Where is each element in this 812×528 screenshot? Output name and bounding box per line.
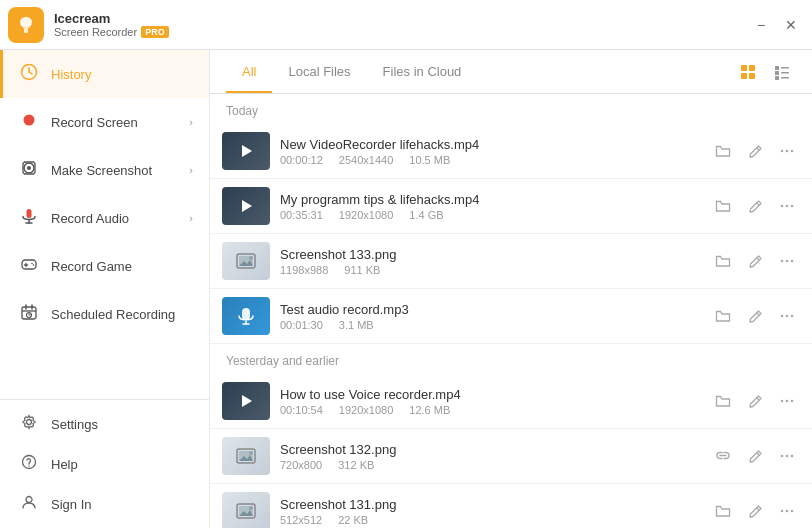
- more-options-button[interactable]: [774, 248, 800, 274]
- file-info: New VideoRecorder lifehacks.mp4 00:00:12…: [280, 137, 700, 166]
- file-info: Screenshot 131.png 512x512 22 KB: [280, 497, 700, 526]
- svg-point-58: [786, 315, 789, 318]
- file-thumbnail: [222, 382, 270, 420]
- file-name: Screenshot 132.png: [280, 442, 700, 457]
- svg-point-67: [249, 451, 253, 455]
- svg-point-50: [781, 260, 784, 263]
- file-thumbnail: [222, 132, 270, 170]
- table-row[interactable]: Test audio record.mp3 00:01:30 3.1 MB: [210, 289, 812, 344]
- file-thumbnail: [222, 187, 270, 225]
- file-name: Screenshot 133.png: [280, 247, 700, 262]
- more-options-button[interactable]: [774, 193, 800, 219]
- file-info: Screenshot 133.png 1198x988 911 KB: [280, 247, 700, 276]
- close-button[interactable]: ✕: [778, 12, 804, 38]
- sidebar-bottom: Settings Help: [0, 399, 209, 528]
- open-folder-button[interactable]: [710, 248, 736, 274]
- list-view-button[interactable]: [768, 58, 796, 86]
- file-list: Today New VideoRecorder lifehacks.mp4 00…: [210, 94, 812, 528]
- today-rows: New VideoRecorder lifehacks.mp4 00:00:12…: [210, 124, 812, 344]
- file-resolution: 512x512: [280, 514, 322, 526]
- table-row[interactable]: Screenshot 133.png 1198x988 911 KB: [210, 234, 812, 289]
- file-actions: [710, 388, 800, 414]
- file-duration: 00:01:30: [280, 319, 323, 331]
- record-screen-icon: [19, 111, 39, 133]
- sidebar-item-signin-label: Sign In: [51, 497, 193, 512]
- earlier-rows: How to use Voice recorder.mp4 00:10:54 1…: [210, 374, 812, 528]
- grid-view-button[interactable]: [734, 58, 762, 86]
- file-thumbnail: [222, 242, 270, 280]
- table-row[interactable]: Screenshot 131.png 512x512 22 KB: [210, 484, 812, 528]
- file-meta: 00:00:12 2540x1440 10.5 MB: [280, 154, 700, 166]
- content-area: All Local Files Files in Cloud: [210, 50, 812, 528]
- open-folder-button[interactable]: [710, 498, 736, 524]
- sidebar-item-record-screen[interactable]: Record Screen ›: [0, 98, 209, 146]
- edit-button[interactable]: [742, 388, 768, 414]
- sidebar-item-scheduled-label: Scheduled Recording: [51, 307, 193, 322]
- svg-point-80: [786, 510, 789, 513]
- sidebar-item-record-audio[interactable]: Record Audio ›: [0, 194, 209, 242]
- edit-button[interactable]: [742, 443, 768, 469]
- svg-marker-35: [242, 145, 252, 157]
- sidebar-item-record-game[interactable]: Record Game: [0, 242, 209, 290]
- tab-local-files[interactable]: Local Files: [272, 52, 366, 93]
- svg-point-76: [249, 506, 253, 510]
- record-audio-icon: [19, 207, 39, 229]
- table-row[interactable]: New VideoRecorder lifehacks.mp4 00:00:12…: [210, 124, 812, 179]
- file-duration: 00:35:31: [280, 209, 323, 221]
- tab-all[interactable]: All: [226, 52, 272, 93]
- sidebar-item-signin[interactable]: Sign In: [0, 484, 209, 524]
- file-duration: 00:00:12: [280, 154, 323, 166]
- sidebar-item-settings-label: Settings: [51, 417, 193, 432]
- more-options-button[interactable]: [774, 303, 800, 329]
- sidebar-item-settings[interactable]: Settings: [0, 404, 209, 444]
- svg-point-81: [791, 510, 794, 513]
- table-row[interactable]: My programm tips & lifehacks.mp4 00:35:3…: [210, 179, 812, 234]
- sidebar-nav: History Record Screen ›: [0, 50, 209, 399]
- tabs-bar: All Local Files Files in Cloud: [210, 50, 812, 94]
- file-resolution: 2540x1440: [339, 154, 393, 166]
- tab-files-in-cloud[interactable]: Files in Cloud: [367, 52, 478, 93]
- svg-point-73: [791, 455, 794, 458]
- sidebar-item-screenshot[interactable]: Make Screenshot ›: [0, 146, 209, 194]
- svg-marker-60: [242, 395, 252, 407]
- svg-point-52: [791, 260, 794, 263]
- file-meta: 00:35:31 1920x1080 1.4 GB: [280, 209, 700, 221]
- sidebar-item-help[interactable]: Help: [0, 444, 209, 484]
- svg-point-42: [781, 205, 784, 208]
- file-name: How to use Voice recorder.mp4: [280, 387, 700, 402]
- sidebar-item-history[interactable]: History: [0, 50, 209, 98]
- svg-rect-31: [775, 71, 779, 75]
- screenshot-icon: [19, 159, 39, 181]
- file-meta: 720x800 312 KB: [280, 459, 700, 471]
- sidebar-item-scheduled[interactable]: Scheduled Recording: [0, 290, 209, 338]
- link-button[interactable]: [710, 443, 736, 469]
- more-options-button[interactable]: [774, 443, 800, 469]
- tabs: All Local Files Files in Cloud: [226, 52, 477, 92]
- edit-button[interactable]: [742, 248, 768, 274]
- svg-point-57: [781, 315, 784, 318]
- minimize-button[interactable]: −: [748, 12, 774, 38]
- open-folder-button[interactable]: [710, 193, 736, 219]
- open-folder-button[interactable]: [710, 138, 736, 164]
- more-options-button[interactable]: [774, 498, 800, 524]
- svg-point-39: [791, 150, 794, 153]
- more-options-button[interactable]: [774, 138, 800, 164]
- file-size: 312 KB: [338, 459, 374, 471]
- file-actions: [710, 138, 800, 164]
- sidebar-item-record-game-label: Record Game: [51, 259, 193, 274]
- open-folder-button[interactable]: [710, 303, 736, 329]
- table-row[interactable]: Screenshot 132.png 720x800 312 KB: [210, 429, 812, 484]
- more-options-button[interactable]: [774, 388, 800, 414]
- edit-button[interactable]: [742, 138, 768, 164]
- edit-button[interactable]: [742, 193, 768, 219]
- edit-button[interactable]: [742, 303, 768, 329]
- table-row[interactable]: How to use Voice recorder.mp4 00:10:54 1…: [210, 374, 812, 429]
- file-size: 911 KB: [344, 264, 380, 276]
- titlebar-controls: − ✕: [748, 12, 804, 38]
- sidebar-item-record-screen-label: Record Screen: [51, 115, 177, 130]
- open-folder-button[interactable]: [710, 388, 736, 414]
- file-size: 12.6 MB: [409, 404, 450, 416]
- chevron-right-icon: ›: [189, 116, 193, 128]
- signin-icon: [19, 494, 39, 514]
- edit-button[interactable]: [742, 498, 768, 524]
